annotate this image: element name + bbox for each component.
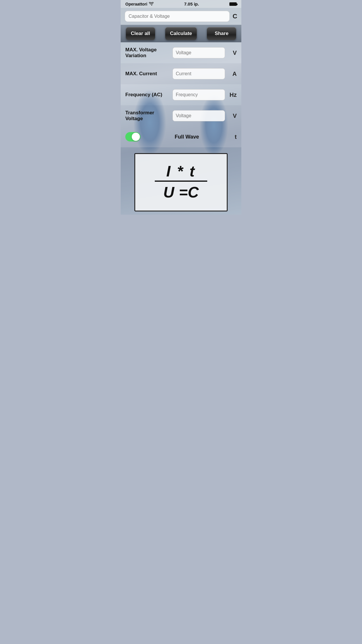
buttons-row: Clear all Calculate Share <box>121 25 241 42</box>
battery-container <box>229 2 237 6</box>
max-voltage-unit: V <box>227 50 237 56</box>
formula-denominator: U <box>163 185 174 200</box>
frequency-unit: Hz <box>227 92 237 98</box>
max-voltage-label: MAX. Voltage Variation <box>125 47 173 59</box>
carrier-label: Operaattori <box>125 2 147 6</box>
max-current-row: MAX. Current A <box>121 63 241 84</box>
calculate-button[interactable]: Calculate <box>165 27 197 40</box>
max-current-unit: A <box>227 71 237 77</box>
toggle-unit: t <box>227 134 237 140</box>
share-button[interactable]: Share <box>207 27 236 40</box>
formula-content: I * t U =C <box>155 164 207 201</box>
transformer-voltage-unit: V <box>227 113 237 119</box>
wifi-icon <box>149 2 154 6</box>
formula-container: I * t U =C <box>121 147 241 215</box>
search-row: C <box>121 8 241 25</box>
formula-equals-c: =C <box>179 183 199 201</box>
max-voltage-input[interactable] <box>173 47 225 58</box>
formula-numerator: I * t <box>166 164 196 179</box>
transformer-voltage-input[interactable] <box>173 110 225 121</box>
clear-all-button[interactable]: Clear all <box>126 27 155 40</box>
frequency-row: Frequency (AC) Hz <box>121 84 241 105</box>
formula-box: I * t U =C <box>134 153 228 211</box>
max-voltage-row: MAX. Voltage Variation V <box>121 42 241 63</box>
status-bar: Operaattori 7.05 ip. <box>121 0 241 8</box>
search-input[interactable] <box>125 11 230 22</box>
max-current-input[interactable] <box>173 68 225 79</box>
time-display: 7.05 ip. <box>184 1 199 6</box>
frequency-label: Frequency (AC) <box>125 92 173 98</box>
search-c-label: C <box>233 13 237 20</box>
toggle-row: Full Wave t <box>121 126 241 147</box>
full-wave-toggle[interactable] <box>125 132 140 141</box>
full-wave-label: Full Wave <box>146 134 227 140</box>
battery-icon <box>229 2 237 6</box>
frequency-input[interactable] <box>173 89 225 100</box>
transformer-voltage-row: Transformer Voltage V <box>121 105 241 126</box>
max-current-label: MAX. Current <box>125 71 173 77</box>
formula-divider-line <box>155 181 207 182</box>
toggle-knob <box>132 133 140 141</box>
status-left: Operaattori <box>125 2 154 6</box>
transformer-voltage-label: Transformer Voltage <box>125 110 173 122</box>
